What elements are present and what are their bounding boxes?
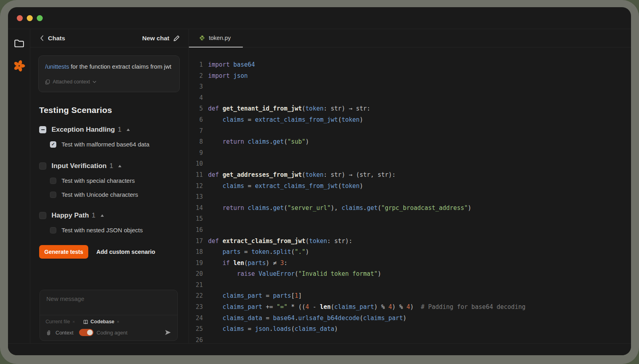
collapse-caret-icon[interactable] <box>127 129 130 131</box>
code-line[interactable]: 4 <box>189 93 631 104</box>
code-line[interactable]: 26 <box>189 335 631 343</box>
scenario-group-happy-path: Happy Path 1 Test with nested JSON objec… <box>38 212 180 233</box>
project-files-button[interactable] <box>13 37 26 50</box>
line-content: return claims.get("server_url"), claims.… <box>208 203 471 214</box>
scenario-group-header[interactable]: Input Verification 1 <box>39 162 180 170</box>
item-checkbox[interactable] <box>50 192 56 198</box>
coding-agent-toggle[interactable] <box>79 329 93 336</box>
tab-label: token.py <box>209 35 231 41</box>
send-message-button[interactable] <box>165 329 171 336</box>
code-line[interactable]: 9 <box>189 148 631 159</box>
line-content: parts = token.split(".") <box>208 247 309 258</box>
context-chip-current-file[interactable]: Current file × <box>46 319 75 324</box>
code-line[interactable]: 15 <box>189 214 631 225</box>
message-composer: New message Current file × C <box>40 290 178 341</box>
collapse-caret-icon[interactable] <box>101 214 104 217</box>
line-content: raise ValueError("Invalid token format") <box>208 269 381 280</box>
agent-panel-button[interactable] <box>13 59 26 72</box>
line-content: claims_data = base64.urlsafe_b64decode(c… <box>208 313 407 324</box>
chevron-down-icon <box>93 81 96 83</box>
scenario-group-input-verification: Input Verification 1 Test with special c… <box>38 162 180 198</box>
zoom-window-button[interactable] <box>37 15 43 21</box>
code-line[interactable]: 22 claims_part = parts[1] <box>189 291 631 302</box>
group-checkbox[interactable] <box>39 212 46 219</box>
line-content: claims = extract_claims_from_jwt(token) <box>208 115 363 126</box>
code-lines: 1import base642import json345def get_ten… <box>189 59 631 343</box>
scenario-item[interactable]: Test with Unicode characters <box>50 191 180 198</box>
code-line[interactable]: 6 claims = extract_claims_from_jwt(token… <box>189 115 631 126</box>
code-line[interactable]: 18 parts = token.split(".") <box>189 247 631 258</box>
code-line[interactable]: 23 claims_part += "=" * ((4 - len(claims… <box>189 302 631 313</box>
line-number: 17 <box>189 236 208 247</box>
code-line[interactable]: 24 claims_data = base64.urlsafe_b64decod… <box>189 313 631 324</box>
context-label: Context <box>56 330 73 336</box>
line-number: 11 <box>189 170 208 181</box>
scenario-item[interactable]: Test with special characters <box>50 177 180 184</box>
paperclip-icon[interactable] <box>46 329 52 336</box>
scenario-item[interactable]: Test with malformed base64 data <box>50 141 180 148</box>
copy-icon <box>45 79 50 85</box>
line-content: claims_part += "=" * ((4 - len(claims_pa… <box>208 302 526 313</box>
code-line[interactable]: 8 return claims.get("sub") <box>189 136 631 148</box>
chip-label: Codebase <box>91 319 115 324</box>
code-line[interactable]: 5def get_tenant_id_from_jwt(token: str) … <box>189 103 631 115</box>
remove-chip-icon[interactable]: × <box>72 319 75 324</box>
line-number: 21 <box>189 280 208 291</box>
add-custom-scenario-button[interactable]: Add custom scenario <box>96 249 155 255</box>
back-to-chats-button[interactable]: Chats <box>40 35 65 42</box>
scenario-group-header[interactable]: Happy Path 1 <box>39 212 180 220</box>
scenario-group-header[interactable]: Exception Handling 1 <box>39 126 180 134</box>
item-label: Test with malformed base64 data <box>62 141 149 148</box>
item-checkbox[interactable] <box>50 141 56 148</box>
group-checkbox[interactable] <box>39 162 46 170</box>
code-line[interactable]: 21 <box>189 280 631 291</box>
code-line[interactable]: 19 if len(parts) ≠ 3: <box>189 258 631 269</box>
code-line[interactable]: 25 claims = json.loads(claims_data) <box>189 324 631 335</box>
code-line[interactable]: 11def get_addresses_from_jwt(token: str)… <box>189 170 631 181</box>
context-chip-codebase[interactable]: Codebase × <box>83 319 119 324</box>
scenario-item[interactable]: Test with nested JSON objects <box>50 227 180 233</box>
page-title: Testing Scenarios <box>39 105 180 115</box>
new-chat-button[interactable]: New chat <box>142 35 180 42</box>
attached-context-toggle[interactable]: Attached context <box>45 77 173 87</box>
line-content: def get_addresses_from_jwt(token: str) →… <box>208 170 396 181</box>
context-chips: Current file × Codebase × <box>40 315 177 325</box>
code-line[interactable]: 20 raise ValueError("Invalid token forma… <box>189 269 631 280</box>
code-line[interactable]: 2import json <box>189 71 631 82</box>
code-line[interactable]: 13 <box>189 192 631 203</box>
prompt-body: for the function extract claims from jwt <box>69 63 171 70</box>
generate-tests-button[interactable]: Generate tests <box>39 245 88 259</box>
code-line[interactable]: 17def extract_claims_from_jwt(token: str… <box>189 236 631 247</box>
group-count: 1 <box>118 126 121 134</box>
code-line[interactable]: 16 <box>189 225 631 236</box>
line-number: 13 <box>189 192 208 203</box>
minimize-window-button[interactable] <box>27 15 33 21</box>
code-editor[interactable]: 1import base642import json345def get_ten… <box>189 47 631 343</box>
code-line[interactable]: 3 <box>189 81 631 93</box>
line-content: import base64 <box>208 59 255 71</box>
line-number: 1 <box>189 59 208 71</box>
remove-chip-icon[interactable]: × <box>117 319 119 324</box>
line-number: 2 <box>189 71 208 82</box>
group-checkbox[interactable] <box>39 126 46 133</box>
status-bar <box>8 343 631 355</box>
collapse-caret-icon[interactable] <box>118 165 121 167</box>
item-checkbox[interactable] <box>50 227 56 233</box>
code-line[interactable]: 1import base64 <box>189 59 631 71</box>
code-line[interactable]: 12 claims = extract_claims_from_jwt(toke… <box>189 181 631 192</box>
item-checkbox[interactable] <box>50 178 56 184</box>
code-line[interactable]: 14 return claims.get("server_url"), clai… <box>189 203 631 214</box>
code-line[interactable]: 10 <box>189 158 631 170</box>
line-number: 24 <box>189 313 208 324</box>
line-number: 9 <box>189 148 208 159</box>
close-window-button[interactable] <box>17 15 23 21</box>
agent-flower-icon <box>13 60 25 72</box>
line-content: def get_tenant_id_from_jwt(token: str) →… <box>208 103 370 115</box>
code-line[interactable]: 7 <box>189 126 631 137</box>
toggle-knob <box>87 330 93 335</box>
line-content: claims = extract_claims_from_jwt(token) <box>208 181 363 192</box>
tab-token-py[interactable]: token.py <box>189 29 243 47</box>
line-number: 26 <box>189 335 208 343</box>
new-message-input[interactable]: New message <box>40 290 177 315</box>
user-prompt-card[interactable]: /unittests for the function extract clai… <box>38 55 180 92</box>
